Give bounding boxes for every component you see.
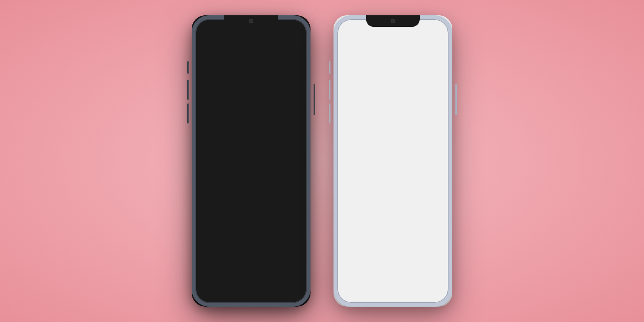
phone-screen-right: 5:45 LTE [334,15,452,307]
article-title-3-right[interactable]: How to Remove Background Noise During a … [379,184,446,205]
article-category-3-left: IPHONE [237,178,304,182]
url-text-left[interactable]: makeuseof.com [238,36,271,42]
article-card-2-left[interactable]: IPHONE How to Turn On the Flash for Your… [192,110,310,172]
signal-bar-4 [278,23,279,27]
article-thumb-3-left [198,178,232,205]
thumb-img-1-left [198,51,232,78]
article-title-3-left[interactable]: How to Remove Background Noise During a … [237,184,304,205]
article-card-1-right[interactable]: IPHONE How to Fix No Sound or Text Messa… [334,46,452,110]
url-text-right[interactable]: makeuseof.com [380,36,412,42]
article-title-2-right[interactable]: How to Turn On the Flash for Your iPhone… [379,121,446,135]
article-time-1-left: 2 DAYS AGO [237,100,304,104]
article-title-2-left[interactable]: How to Turn On the Flash for Your iPhone… [237,121,304,135]
status-right-right: LTE [415,22,444,28]
signal-bars-left [273,23,280,27]
mute-button-right[interactable] [329,61,330,74]
mute-button[interactable] [187,61,189,74]
article-desc-1-left: If your iPhone isn't receiving text mess… [237,80,304,97]
article-desc-2-right: Want to force your iPhone to use the fla… [379,136,446,160]
network-type-right: LTE [424,22,432,28]
article-thumb-1-right [340,51,374,78]
phone-screen-left: 5:45 LTE [192,15,310,307]
article-info-1-right: IPHONE How to Fix No Sound or Text Messa… [379,51,446,104]
status-time-right: 5:45 [342,22,358,28]
article-thumb-2-right [340,115,374,142]
article-card-3-left[interactable]: IPHONE How to Remove Background Noise Du… [192,173,310,211]
battery-tip-right [443,24,444,26]
power-button[interactable] [314,84,315,115]
article-thumb-3-right [340,178,374,205]
lock-icon-right: 🔒 [374,37,378,41]
article-category-2-right: IPHONE [379,115,446,120]
url-bar-inner-right[interactable]: 🔒 makeuseof.com [340,34,446,44]
article-time-2-right: 4 DAYS AGO [379,163,446,167]
battery-icon-right [434,23,444,27]
article-category-2-left: IPHONE [237,115,304,120]
article-title-1-left[interactable]: How to Fix No Sound or Text Message Aler… [237,57,304,78]
volume-up-button[interactable] [187,80,189,100]
url-bar-inner-left[interactable]: 🔒 makeuseof.com [198,34,304,44]
status-bar-right: 5:45 LTE [334,15,452,32]
article-category-1-right: IPHONE [379,51,446,56]
article-thumb-1-left [198,51,232,78]
article-info-1-left: IPHONE How to Fix No Sound or Text Messa… [237,51,304,104]
thumb-img-2-right [340,115,374,142]
article-thumb-2-left [198,115,232,142]
battery-body-right [434,23,443,27]
signal-bar-3 [277,24,278,27]
article-card-1-left[interactable]: IPHONE How to Fix No Sound or Text Messa… [192,46,310,110]
url-bar-right[interactable]: 🔒 makeuseof.com [334,32,452,46]
thumb-img-3-left [198,178,232,205]
signal-bars-right [415,23,422,27]
article-info-3-right: IPHONE How to Remove Background Noise Du… [379,178,446,205]
article-list-left: IPHONE How to Fix No Sound or Text Messa… [192,46,310,307]
article-info-2-right: IPHONE How to Turn On the Flash for Your… [379,115,446,167]
phone-left: 5:45 LTE [192,15,310,307]
power-button-right[interactable] [455,84,457,115]
url-bar-left[interactable]: 🔒 makeuseof.com [192,32,310,46]
battery-fill-left [294,24,299,26]
signal-bar-2 [275,25,276,27]
article-card-2-right[interactable]: IPHONE How to Turn On the Flash for Your… [334,110,452,172]
volume-down-button-right[interactable] [329,104,330,123]
thumb-img-1-right [340,51,374,78]
article-time-2-left: 4 DAYS AGO [237,163,304,167]
article-desc-1-right: If your iPhone isn't receiving text mess… [379,80,446,97]
location-icon-right [355,23,358,27]
status-right-left: LTE [273,22,302,28]
network-type-left: LTE [282,22,290,28]
article-list-right: IPHONE How to Fix No Sound or Text Messa… [334,46,452,307]
hand-graphic [200,53,215,76]
status-time-left: 5:45 [200,22,217,28]
signal-bar-1 [273,26,274,27]
signal-bar-r4 [420,23,421,27]
lock-icon-left: 🔒 [232,37,237,41]
phone-right: 5:45 LTE [334,15,452,307]
battery-icon-left [292,23,302,27]
signal-bar-r1 [415,26,416,27]
volume-up-button-right[interactable] [329,80,330,100]
article-desc-2-left: Want to force your iPhone to use the fla… [237,136,304,160]
article-card-3-right[interactable]: IPHONE How to Remove Background Noise Du… [334,173,452,211]
article-title-1-right[interactable]: How to Fix No Sound or Text Message Aler… [379,57,446,78]
article-info-3-left: IPHONE How to Remove Background Noise Du… [237,178,304,205]
signal-bar-r2 [417,25,418,27]
thumb-img-3-right [340,178,374,205]
volume-down-button[interactable] [187,104,189,123]
signal-bar-r3 [419,24,420,27]
location-icon-left [213,23,217,27]
article-category-3-right: IPHONE [379,178,446,182]
article-time-1-right: 2 DAYS AGO [379,100,446,104]
article-category-1-left: IPHONE [237,51,304,56]
battery-tip-left [301,24,302,26]
article-info-2-left: IPHONE How to Turn On the Flash for Your… [237,115,304,167]
thumb-img-2-left [198,115,232,142]
battery-body-left [292,23,301,27]
status-bar-left: 5:45 LTE [192,15,310,32]
battery-fill-right [435,24,441,26]
